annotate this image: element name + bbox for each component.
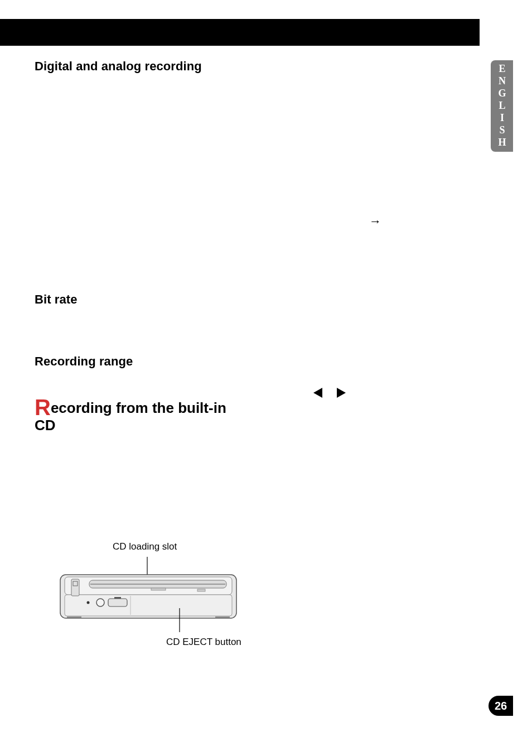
header-black-bar [0, 19, 480, 46]
section-title-bit-rate: Bit rate [35, 292, 246, 307]
svg-rect-13 [114, 597, 121, 599]
triangle-right-icon [337, 388, 346, 398]
device-illustration [59, 557, 238, 632]
svg-rect-6 [197, 589, 205, 591]
dropcap-rest: ecording from the built-in CD [35, 399, 226, 434]
content-column: Digital and analog recording Bit rate Re… [35, 59, 246, 434]
svg-rect-5 [151, 588, 166, 590]
language-label: ENGLISH [496, 63, 508, 149]
svg-point-10 [87, 601, 90, 604]
triangle-left-icon [313, 388, 322, 398]
dropcap-letter: R [35, 395, 51, 420]
page-number: 26 [495, 700, 507, 712]
label-cd-eject-button: CD EJECT button [166, 637, 243, 648]
section-title-recording-range: Recording range [35, 354, 246, 369]
label-cd-loading-slot: CD loading slot [113, 541, 243, 552]
arrow-right-icon: → [369, 214, 381, 229]
device-diagram: CD loading slot [59, 541, 243, 648]
svg-rect-12 [108, 599, 127, 606]
page-number-pill: 26 [489, 696, 513, 716]
svg-point-11 [96, 599, 104, 606]
svg-rect-7 [65, 595, 232, 616]
section-title-digital-analog: Digital and analog recording [35, 59, 246, 74]
section-title-recording-cd: Recording from the built-in CD [35, 399, 246, 434]
language-side-tab: ENGLISH [491, 60, 513, 152]
triangle-icons [313, 387, 346, 398]
